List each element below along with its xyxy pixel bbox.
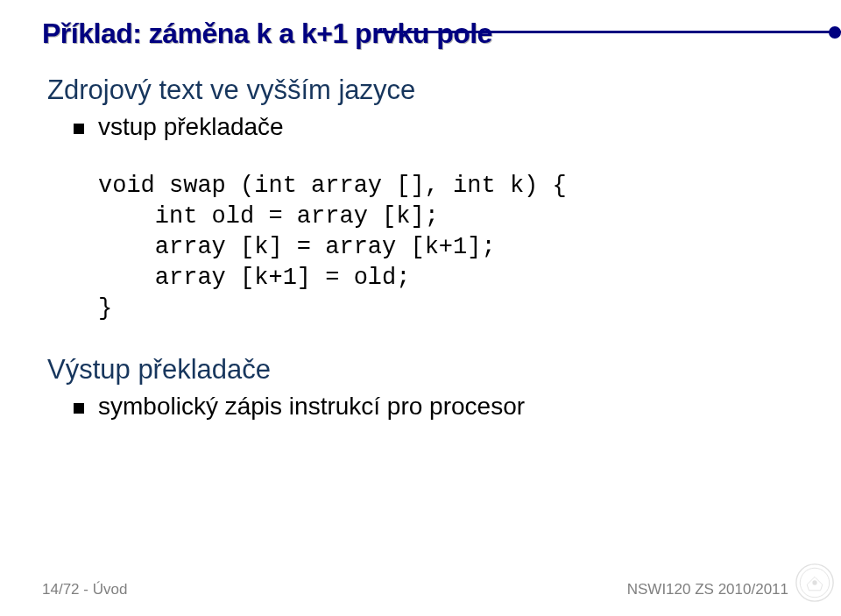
code-line: array [k] = array [k+1]; xyxy=(98,234,496,260)
bullet-text: vstup překladače xyxy=(98,113,284,141)
list-item: vstup překladače xyxy=(47,113,799,141)
square-bullet-icon xyxy=(74,403,84,414)
title-rule xyxy=(377,31,841,33)
code-line: array [k+1] = old; xyxy=(98,265,410,291)
code-block: void swap (int array [], int k) { int ol… xyxy=(47,171,799,324)
list-item: symbolický zápis instrukcí pro procesor xyxy=(47,393,799,421)
section-heading-source: Zdrojový text ve vyšším jazyce xyxy=(47,74,799,106)
university-seal-icon xyxy=(795,563,834,602)
slide-title: Příklad: záměna k a k+1 prvku pole xyxy=(42,18,799,50)
title-dot-icon xyxy=(829,26,841,39)
code-line: void swap (int array [], int k) { xyxy=(98,173,567,199)
code-line: int old = array [k]; xyxy=(98,203,439,230)
slide-number: 14/72 - Úvod xyxy=(42,581,127,602)
course-code: NSWI120 ZS 2010/2011 xyxy=(627,581,788,602)
svg-point-2 xyxy=(812,580,816,584)
section-heading-output: Výstup překladače xyxy=(47,354,799,386)
code-line: } xyxy=(98,295,112,322)
bullet-text: symbolický zápis instrukcí pro procesor xyxy=(98,393,525,421)
square-bullet-icon xyxy=(74,124,84,134)
